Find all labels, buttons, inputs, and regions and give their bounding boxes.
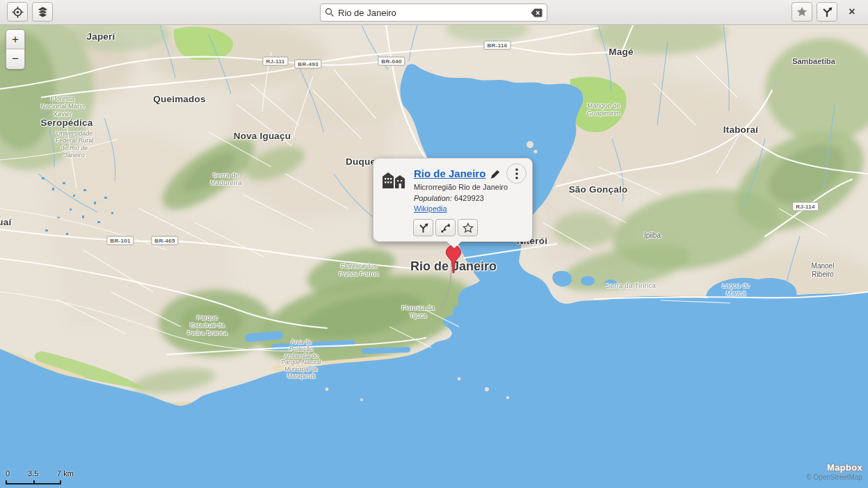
- pencil-icon: [489, 168, 500, 179]
- population-value: 6429923: [454, 194, 484, 202]
- place-population: Population: 6429923: [414, 194, 484, 202]
- attribution: Mapbox © OpenStreetMap: [806, 462, 862, 481]
- road-shield: BR-493: [294, 60, 321, 69]
- route-button[interactable]: [817, 2, 837, 22]
- scale-start: 0: [6, 469, 10, 478]
- road-shield: BR-040: [378, 57, 405, 66]
- star-outline-icon: [463, 222, 474, 234]
- pin-icon: [443, 245, 464, 275]
- layers-button[interactable]: [32, 2, 53, 22]
- directions-button[interactable]: [435, 219, 456, 236]
- search-icon: [325, 8, 335, 17]
- road-shield: BR-465: [151, 236, 178, 245]
- scale-bar: 0 3.5 7 km: [6, 469, 82, 485]
- send-route-icon: [440, 222, 451, 234]
- close-window-button[interactable]: ×: [842, 2, 862, 22]
- more-options-button[interactable]: [506, 163, 527, 184]
- road-shield: BR-116: [484, 41, 511, 50]
- star-icon: [796, 6, 807, 17]
- mapbox-logo[interactable]: Mapbox: [806, 462, 862, 473]
- locate-button[interactable]: [7, 2, 28, 22]
- scale-mid: 3.5: [28, 469, 38, 478]
- road-shield: RJ-111: [262, 57, 288, 66]
- map-canvas[interactable]: [0, 25, 868, 488]
- search-input[interactable]: [338, 8, 527, 18]
- locate-crosshair-icon: [12, 6, 24, 18]
- place-pin[interactable]: [443, 245, 464, 278]
- place-title-link[interactable]: Rio de Janeiro: [414, 168, 485, 179]
- osm-copyright[interactable]: © OpenStreetMap: [806, 473, 862, 481]
- zoom-in-button[interactable]: +: [6, 30, 24, 49]
- map-view[interactable]: JaperiQueimadosSeropédicaNova IguaçuDuqu…: [0, 25, 868, 488]
- favorites-button[interactable]: [791, 2, 812, 22]
- road-shield: BR-101: [106, 236, 134, 245]
- route-icon: [821, 6, 833, 18]
- clear-search-icon[interactable]: [531, 8, 542, 17]
- road-shield: RJ-114: [792, 202, 819, 211]
- scale-end: 7 km: [57, 469, 74, 478]
- header-bar: ×: [0, 0, 868, 25]
- population-label: Population:: [414, 194, 452, 202]
- place-subtitle: Microrregião Rio de Janeiro: [414, 183, 508, 191]
- zoom-control: + −: [6, 29, 25, 70]
- kebab-menu-icon: [515, 168, 518, 179]
- wikipedia-link[interactable]: Wikipedia: [414, 204, 447, 213]
- search-entry: [320, 3, 547, 22]
- favorite-place-button[interactable]: [458, 219, 478, 236]
- layers-icon: [37, 6, 49, 18]
- city-buildings-icon: [381, 170, 408, 188]
- route-to-place-button[interactable]: [413, 219, 433, 236]
- route-icon: [417, 222, 429, 234]
- place-popover: Rio de Janeiro Microrregião Rio de Janei…: [373, 158, 533, 242]
- zoom-out-button[interactable]: −: [6, 49, 24, 69]
- edit-place-button[interactable]: [488, 168, 501, 181]
